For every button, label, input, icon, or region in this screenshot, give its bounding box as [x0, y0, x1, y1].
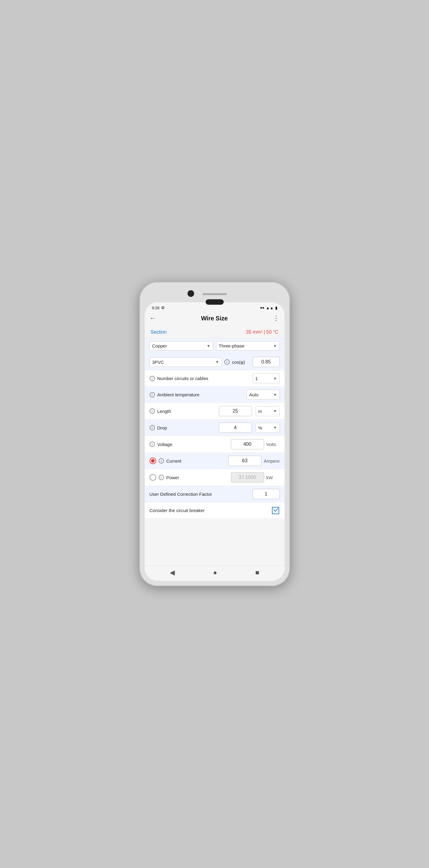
drop-input[interactable]: [219, 423, 252, 433]
correction-input[interactable]: [253, 489, 280, 499]
drop-label: Drop: [157, 425, 216, 430]
material-dropdown[interactable]: Copper ▼: [150, 341, 213, 350]
material-col: Copper ▼: [150, 341, 213, 350]
current-input[interactable]: [228, 456, 262, 466]
current-radio[interactable]: [150, 458, 156, 464]
circuits-info-icon[interactable]: i: [150, 376, 155, 381]
current-info-icon[interactable]: i: [159, 458, 164, 464]
phase-label: Three-phase: [219, 343, 272, 348]
back-button[interactable]: ←: [150, 313, 159, 323]
length-unit-label: m: [258, 409, 273, 414]
scroll-content: Section 35 mm² | 50 °C Copper ▼ Three-p: [145, 327, 284, 565]
correction-label: User Defined Correction Factor: [150, 492, 250, 497]
drop-info-icon[interactable]: i: [150, 425, 155, 430]
section-label[interactable]: Section: [151, 330, 167, 335]
material-label: Copper: [152, 343, 206, 348]
current-label: Current: [166, 458, 226, 464]
drop-unit-dropdown[interactable]: % ▼: [256, 423, 280, 433]
circuit-breaker-checkbox[interactable]: [271, 506, 280, 515]
power-input[interactable]: [231, 472, 264, 483]
ambient-info-icon[interactable]: i: [150, 392, 155, 398]
ambient-label: Ambient temperature: [157, 392, 244, 397]
power-unit-label: kW: [267, 475, 280, 480]
insulation-chevron-icon: ▼: [216, 360, 219, 364]
voltage-label: Voltage: [157, 442, 228, 447]
phone-screen: 9:28 ⚙ ▾▾ ▲▲ ▮ ← Wire Size ⋮ Section 35 …: [145, 302, 284, 581]
current-row: i Current Ampere: [145, 453, 284, 469]
length-label: Length: [157, 409, 216, 414]
cos-input[interactable]: [253, 357, 280, 367]
status-time: 9:28 ⚙: [152, 305, 165, 310]
page-title: Wire Size: [159, 315, 270, 322]
insulation-dropdown[interactable]: 3PVC ▼: [150, 358, 222, 367]
battery-icon: ▮: [275, 306, 277, 310]
bottom-nav: ◀ ● ■: [145, 565, 284, 581]
insulation-cos-row: 3PVC ▼ i cos(φ): [145, 354, 284, 370]
circuits-chevron-icon: ▼: [273, 376, 277, 381]
phase-col: Three-phase ▼: [216, 341, 280, 350]
drop-unit-label: %: [258, 425, 273, 430]
voltage-info-icon[interactable]: i: [150, 441, 155, 447]
camera-icon: [187, 290, 194, 297]
circuit-breaker-label: Consider the circuit breaker: [150, 508, 269, 513]
ambient-chevron-icon: ▼: [273, 393, 277, 397]
length-input[interactable]: [219, 406, 252, 416]
wifi-icon: ▾▾: [260, 306, 265, 310]
current-radio-inner: [151, 459, 155, 463]
nav-home-button[interactable]: ●: [213, 569, 217, 577]
length-unit-dropdown[interactable]: m ▼: [256, 406, 280, 416]
phone-device: 9:28 ⚙ ▾▾ ▲▲ ▮ ← Wire Size ⋮ Section 35 …: [139, 282, 290, 586]
pill-icon: [206, 299, 224, 305]
voltage-unit-label: Volts: [267, 442, 280, 447]
material-chevron-icon: ▼: [207, 344, 210, 348]
power-info-icon[interactable]: i: [159, 475, 164, 480]
power-row: i Power kW: [145, 469, 284, 486]
material-phase-row: Copper ▼ Three-phase ▼: [145, 338, 284, 354]
drop-row: i Drop % ▼: [145, 420, 284, 436]
section-header: Section 35 mm² | 50 °C: [145, 327, 284, 338]
insulation-label: 3PVC: [152, 360, 214, 365]
circuit-breaker-row: Consider the circuit breaker: [145, 502, 284, 519]
drop-unit-chevron-icon: ▼: [273, 426, 277, 430]
phase-chevron-icon: ▼: [273, 344, 277, 348]
time-label: 9:28: [152, 306, 159, 310]
cos-info-icon[interactable]: i: [224, 359, 230, 365]
cos-label: cos(φ): [232, 360, 250, 365]
checkbox-checked-icon: [272, 507, 279, 514]
nav-back-button[interactable]: ◀: [170, 569, 175, 577]
more-button[interactable]: ⋮: [270, 313, 280, 323]
voltage-input[interactable]: [231, 439, 264, 450]
gear-icon: ⚙: [161, 305, 165, 310]
top-bar: ← Wire Size ⋮: [145, 312, 284, 327]
phase-dropdown[interactable]: Three-phase ▼: [216, 341, 280, 350]
voltage-row: i Voltage Volts: [145, 436, 284, 453]
circuits-row: i Number circuits or cables 1 ▼: [145, 370, 284, 387]
nav-recent-button[interactable]: ■: [255, 569, 259, 577]
material-phase-section: Copper ▼ Three-phase ▼: [145, 338, 284, 519]
circuits-label: Number circuits or cables: [157, 376, 250, 381]
status-icons: ▾▾ ▲▲ ▮: [260, 306, 277, 310]
power-label: Power: [166, 475, 228, 480]
section-value: 35 mm² | 50 °C: [246, 330, 278, 335]
circuits-dropdown[interactable]: 1 ▼: [253, 373, 280, 383]
signal-icon: ▲▲: [266, 306, 274, 310]
length-row: i Length m ▼: [145, 403, 284, 420]
circuits-value: 1: [255, 376, 273, 381]
ambient-row: i Ambient temperature Auto ▼: [145, 387, 284, 403]
current-unit-label: Ampere: [264, 458, 280, 464]
length-info-icon[interactable]: i: [150, 408, 155, 414]
power-radio[interactable]: [150, 474, 156, 481]
ambient-dropdown[interactable]: Auto ▼: [247, 390, 280, 400]
ambient-value: Auto: [249, 392, 273, 397]
correction-row: User Defined Correction Factor: [145, 486, 284, 502]
length-unit-chevron-icon: ▼: [273, 409, 277, 413]
speaker-icon: [203, 293, 227, 295]
